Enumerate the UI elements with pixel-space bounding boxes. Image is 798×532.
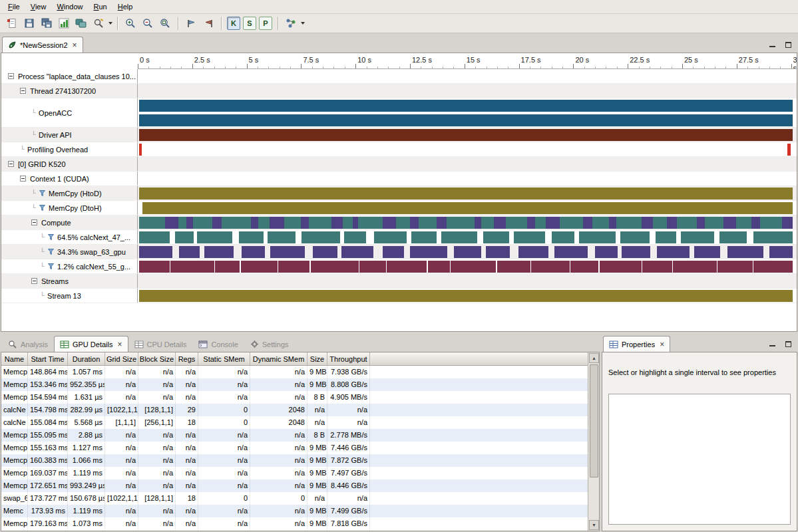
column-header-regs[interactable]: Regs bbox=[176, 352, 198, 365]
minimize-button[interactable] bbox=[768, 340, 776, 348]
timeline-track[interactable] bbox=[138, 274, 797, 288]
timeline-track[interactable] bbox=[138, 201, 797, 215]
timeline-row-label[interactable]: [0] GRID K520 bbox=[1, 157, 138, 171]
table-row[interactable]: Memcp154.594 ms1.631 µsn/an/an/an/an/a8 … bbox=[1, 391, 588, 404]
timeline-bar[interactable] bbox=[139, 290, 793, 302]
timeline-bar[interactable] bbox=[139, 231, 793, 243]
table-row[interactable]: Memcp160.383 ms1.066 msn/an/an/an/an/a9 … bbox=[1, 454, 588, 467]
zoom-in-button[interactable] bbox=[122, 15, 138, 31]
column-header-duration[interactable]: Duration bbox=[68, 352, 105, 365]
tree-expander-icon[interactable] bbox=[31, 278, 37, 284]
close-icon[interactable]: × bbox=[660, 341, 664, 348]
column-header-size[interactable]: Size bbox=[307, 352, 327, 365]
timeline-row-label[interactable]: └Profiling Overhead bbox=[1, 142, 138, 156]
timeline-row-label[interactable]: Process "laplace_data_clauses 10... bbox=[1, 69, 138, 83]
table-row[interactable]: calcNe154.798 ms282.99 µs[1022,1,1][128,… bbox=[1, 404, 588, 416]
kernel-timeline-toggle[interactable]: K bbox=[227, 17, 240, 30]
column-header-block-size[interactable]: Block Size bbox=[138, 352, 176, 365]
timeline-bar[interactable] bbox=[139, 246, 793, 258]
tree-expander-icon[interactable] bbox=[8, 161, 14, 167]
timeline-row-label[interactable]: └MemCpy (HtoD) bbox=[1, 186, 138, 200]
timeline-bar[interactable] bbox=[139, 114, 793, 126]
table-row[interactable]: Memcp179.163 ms1.073 msn/an/an/an/an/a9 … bbox=[1, 517, 588, 530]
timeline-track[interactable] bbox=[138, 84, 797, 98]
tab-settings[interactable]: Settings bbox=[244, 336, 295, 352]
source-toggle[interactable]: S bbox=[243, 17, 256, 30]
timeline-track[interactable] bbox=[138, 69, 797, 83]
next-range-button[interactable] bbox=[200, 15, 216, 31]
timeline-row-label[interactable]: └1.2% calcNext_55_g... bbox=[1, 259, 138, 273]
tab-cpu-details[interactable]: CPU Details bbox=[128, 336, 193, 352]
prev-range-button[interactable] bbox=[183, 15, 199, 31]
search-dropdown-icon[interactable] bbox=[108, 22, 112, 25]
table-row[interactable]: Memcp155.095 ms2.88 µsn/an/an/an/an/a8 B… bbox=[1, 429, 588, 442]
scroll-down-button[interactable]: ▼ bbox=[589, 520, 599, 530]
timeline-track[interactable] bbox=[138, 172, 797, 186]
menu-item-help[interactable]: Help bbox=[112, 1, 138, 13]
system-view-button[interactable] bbox=[73, 15, 89, 31]
tree-expander-icon[interactable] bbox=[31, 219, 37, 225]
timeline-track[interactable] bbox=[138, 98, 797, 127]
tree-expander-icon[interactable] bbox=[20, 176, 26, 182]
timeline-track[interactable] bbox=[138, 230, 797, 244]
column-header-throughput[interactable]: Throughput bbox=[327, 352, 370, 365]
column-header-dynamic-smem[interactable]: Dynamic SMem bbox=[250, 352, 307, 365]
save-all-button[interactable] bbox=[39, 15, 55, 31]
save-button[interactable] bbox=[21, 15, 37, 31]
table-row[interactable]: Memcp172.651 ms993.249 µsn/an/an/an/an/a… bbox=[1, 479, 588, 492]
timeline-row-label[interactable]: └Stream 13 bbox=[1, 289, 138, 303]
tab-console[interactable]: Console bbox=[192, 336, 244, 352]
timeline-track[interactable] bbox=[138, 215, 797, 229]
timeline-bar[interactable] bbox=[139, 188, 793, 200]
timeline-row-label[interactable]: └Driver API bbox=[1, 128, 138, 142]
timeline-track[interactable] bbox=[138, 259, 797, 273]
table-row[interactable]: Memcp153.346 ms952.355 µsn/an/an/an/an/a… bbox=[1, 378, 588, 391]
timeline-row-label[interactable]: Context 1 (CUDA) bbox=[1, 172, 138, 186]
timeline-row-label[interactable]: └MemCpy (DtoH) bbox=[1, 201, 138, 215]
column-header-start-time[interactable]: Start Time bbox=[28, 352, 68, 365]
menu-item-file[interactable]: File bbox=[3, 1, 25, 13]
menu-item-run[interactable]: Run bbox=[89, 1, 112, 13]
timeline-row-label[interactable]: └64.5% calcNext_47_... bbox=[1, 230, 138, 244]
new-session-button[interactable] bbox=[4, 15, 20, 31]
close-icon[interactable]: × bbox=[118, 341, 122, 348]
timeline-row-label[interactable]: Compute bbox=[1, 215, 138, 229]
table-row[interactable]: Memcp148.864 ms1.057 msn/an/an/an/an/a9 … bbox=[1, 366, 588, 378]
timeline-bar[interactable] bbox=[139, 217, 793, 229]
search-button[interactable] bbox=[91, 15, 106, 31]
timeline-bar[interactable] bbox=[139, 129, 793, 141]
tab-properties[interactable]: Properties × bbox=[603, 336, 670, 352]
timeline-ruler[interactable]: 0 s2.5 s5 s7.5 s10 s12.5 s15 s17.5 s20 s… bbox=[138, 53, 797, 69]
maximize-button[interactable] bbox=[784, 41, 792, 49]
tab-analysis[interactable]: Analysis bbox=[2, 336, 54, 352]
timeline-track[interactable] bbox=[138, 289, 797, 303]
vertical-scrollbar[interactable]: ▲ ▼ bbox=[588, 352, 599, 531]
table-row[interactable]: Memcp155.163 ms1.127 msn/an/an/an/an/a9 … bbox=[1, 442, 588, 454]
scroll-thumb[interactable] bbox=[590, 364, 598, 477]
timeline-bar[interactable] bbox=[139, 144, 793, 156]
column-header-grid-size[interactable]: Grid Size bbox=[105, 352, 138, 365]
timeline-row-label[interactable]: └34.3% swap_63_gpu bbox=[1, 245, 138, 259]
timeline-row-label[interactable]: Streams bbox=[1, 274, 138, 288]
zoom-out-button[interactable] bbox=[140, 15, 156, 31]
menu-item-view[interactable]: View bbox=[25, 1, 52, 13]
timeline-track[interactable] bbox=[138, 128, 797, 142]
timeline-track[interactable] bbox=[138, 186, 797, 200]
timeline-row-label[interactable]: └OpenACC bbox=[1, 98, 138, 127]
pc-sampling-toggle[interactable]: P bbox=[259, 17, 272, 30]
tab-gpu-details[interactable]: GPU Details× bbox=[54, 336, 128, 352]
column-header-name[interactable]: Name bbox=[1, 352, 28, 365]
profile-report-button[interactable] bbox=[56, 15, 72, 31]
column-header-static-smem[interactable]: Static SMem bbox=[198, 352, 250, 365]
table-row[interactable]: Memcp169.037 ms1.119 msn/an/an/an/an/a9 … bbox=[1, 467, 588, 479]
table-row[interactable]: swap_6173.727 ms150.678 µs[1022,1,1][128… bbox=[1, 492, 588, 505]
timeline-track[interactable] bbox=[138, 142, 797, 156]
analysis-dropdown-icon[interactable] bbox=[301, 22, 305, 25]
timeline-bar[interactable] bbox=[139, 261, 793, 273]
timeline-row-label[interactable]: Thread 2741307200 bbox=[1, 84, 138, 98]
timeline-bar[interactable] bbox=[139, 202, 793, 214]
tree-expander-icon[interactable] bbox=[8, 73, 14, 79]
scroll-up-button[interactable]: ▲ bbox=[589, 353, 599, 363]
minimize-button[interactable] bbox=[768, 41, 776, 49]
analysis-tools-button[interactable] bbox=[283, 15, 299, 31]
